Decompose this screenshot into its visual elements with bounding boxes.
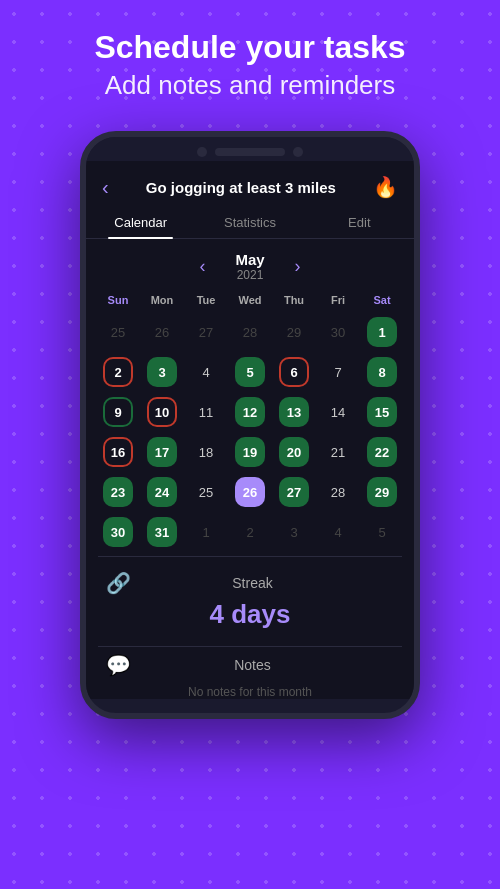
cal-day-8[interactable]: 8 xyxy=(362,354,402,390)
cal-day-20[interactable]: 20 xyxy=(274,434,314,470)
cal-day-19[interactable]: 19 xyxy=(230,434,270,470)
notes-row: 💬 Notes xyxy=(98,653,402,677)
phone-content: ‹ Go jogging at least 3 miles 🔥 Calendar… xyxy=(86,161,414,699)
cal-day-22[interactable]: 22 xyxy=(362,434,402,470)
cal-day-24[interactable]: 24 xyxy=(142,474,182,510)
cal-day-27[interactable]: 27 xyxy=(274,474,314,510)
cal-day-5-jun[interactable]: 5 xyxy=(362,514,402,550)
cal-day-16[interactable]: 16 xyxy=(98,434,138,470)
cal-day-25-apr[interactable]: 25 xyxy=(98,314,138,350)
cal-day-4-jun[interactable]: 4 xyxy=(318,514,358,550)
notch-camera-2 xyxy=(293,147,303,157)
cal-day-31[interactable]: 31 xyxy=(142,514,182,550)
cal-day-25[interactable]: 25 xyxy=(186,474,226,510)
cal-day-30[interactable]: 30 xyxy=(98,514,138,550)
cal-day-1[interactable]: 1 xyxy=(362,314,402,350)
cal-day-15[interactable]: 15 xyxy=(362,394,402,430)
cal-day-26[interactable]: 26 xyxy=(230,474,270,510)
cal-day-7[interactable]: 7 xyxy=(318,354,358,390)
cal-day-18[interactable]: 18 xyxy=(186,434,226,470)
streak-row: 🔗 Streak xyxy=(98,571,402,595)
tab-statistics[interactable]: Statistics xyxy=(195,207,304,238)
cal-day-30-apr[interactable]: 30 xyxy=(318,314,358,350)
cal-day-9[interactable]: 9 xyxy=(98,394,138,430)
day-header-mon: Mon xyxy=(142,290,182,310)
notes-label: Notes xyxy=(141,657,364,673)
calendar-month: May xyxy=(235,251,264,268)
streak-section: 🔗 Streak 4 days xyxy=(98,571,402,640)
cal-day-2[interactable]: 2 xyxy=(98,354,138,390)
cal-day-28-apr[interactable]: 28 xyxy=(230,314,270,350)
calendar-year: 2021 xyxy=(235,268,264,282)
cal-day-29-apr[interactable]: 29 xyxy=(274,314,314,350)
notes-icon: 💬 xyxy=(106,653,131,677)
app-header: ‹ Go jogging at least 3 miles 🔥 xyxy=(86,161,414,207)
cal-day-17[interactable]: 17 xyxy=(142,434,182,470)
cal-day-3-jun[interactable]: 3 xyxy=(274,514,314,550)
tab-bar: Calendar Statistics Edit xyxy=(86,207,414,239)
streak-icon: 🔗 xyxy=(106,571,131,595)
cal-day-4[interactable]: 4 xyxy=(186,354,226,390)
day-header-fri: Fri xyxy=(318,290,358,310)
next-month-button[interactable]: › xyxy=(295,256,301,277)
hero-subtitle: Add notes and reminders xyxy=(20,70,480,101)
cal-day-13[interactable]: 13 xyxy=(274,394,314,430)
calendar-nav: ‹ May 2021 › xyxy=(98,251,402,282)
cal-day-5[interactable]: 5 xyxy=(230,354,270,390)
cal-day-12[interactable]: 12 xyxy=(230,394,270,430)
day-header-sat: Sat xyxy=(362,290,402,310)
prev-month-button[interactable]: ‹ xyxy=(199,256,205,277)
cal-day-26-apr[interactable]: 26 xyxy=(142,314,182,350)
day-header-thu: Thu xyxy=(274,290,314,310)
phone-mockup: ‹ Go jogging at least 3 miles 🔥 Calendar… xyxy=(80,131,420,719)
cal-day-2-jun[interactable]: 2 xyxy=(230,514,270,550)
notes-empty-message: No notes for this month xyxy=(98,685,402,699)
cal-day-28[interactable]: 28 xyxy=(318,474,358,510)
hero-title: Schedule your tasks xyxy=(20,28,480,66)
calendar-section: ‹ May 2021 › Sun Mon Tue Wed Thu Fri Sat… xyxy=(86,251,414,550)
streak-label: Streak xyxy=(141,575,364,591)
calendar-month-year: May 2021 xyxy=(235,251,264,282)
streak-value: 4 days xyxy=(210,599,291,630)
back-button[interactable]: ‹ xyxy=(102,176,109,199)
day-header-sun: Sun xyxy=(98,290,138,310)
cal-day-6[interactable]: 6 xyxy=(274,354,314,390)
calendar-grid: Sun Mon Tue Wed Thu Fri Sat 25 26 27 28 … xyxy=(98,290,402,550)
divider-1 xyxy=(98,556,402,557)
cal-day-3[interactable]: 3 xyxy=(142,354,182,390)
notch-speaker xyxy=(215,148,285,156)
tab-calendar[interactable]: Calendar xyxy=(86,207,195,238)
day-header-wed: Wed xyxy=(230,290,270,310)
cal-day-1-jun[interactable]: 1 xyxy=(186,514,226,550)
hero-section: Schedule your tasks Add notes and remind… xyxy=(0,0,500,121)
divider-2 xyxy=(98,646,402,647)
cal-day-29[interactable]: 29 xyxy=(362,474,402,510)
notch-camera xyxy=(197,147,207,157)
flame-icon[interactable]: 🔥 xyxy=(373,175,398,199)
cal-day-23[interactable]: 23 xyxy=(98,474,138,510)
screen-title: Go jogging at least 3 miles xyxy=(109,179,373,196)
cal-day-21[interactable]: 21 xyxy=(318,434,358,470)
phone-notch xyxy=(86,137,414,161)
tab-edit[interactable]: Edit xyxy=(305,207,414,238)
cal-day-10[interactable]: 10 xyxy=(142,394,182,430)
cal-day-11[interactable]: 11 xyxy=(186,394,226,430)
notes-section: 💬 Notes No notes for this month xyxy=(98,653,402,699)
cal-day-27-apr[interactable]: 27 xyxy=(186,314,226,350)
day-header-tue: Tue xyxy=(186,290,226,310)
cal-day-14[interactable]: 14 xyxy=(318,394,358,430)
